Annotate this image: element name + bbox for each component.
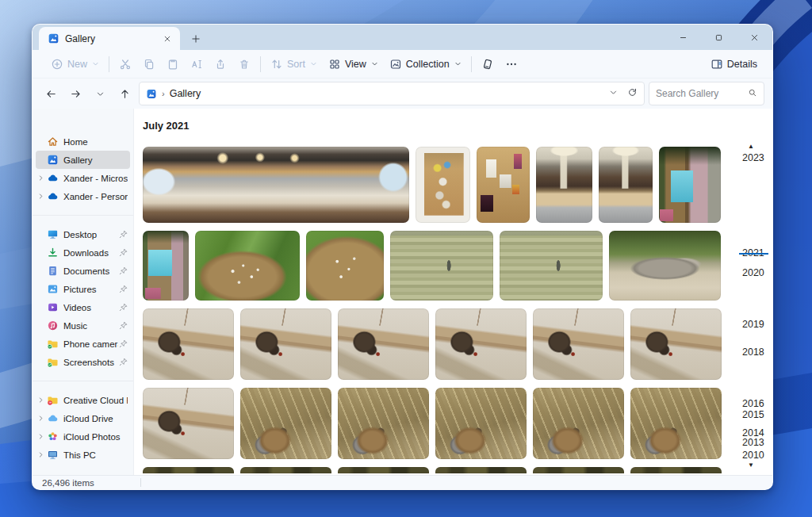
- photo-field-crane[interactable]: [500, 231, 603, 301]
- close-icon[interactable]: [737, 25, 772, 50]
- photo-sparrow-sand[interactable]: [240, 308, 331, 380]
- sidebar-item-this-pc[interactable]: This PC: [36, 446, 130, 464]
- timeline-year-2016[interactable]: 2016: [742, 398, 764, 409]
- home-icon: [46, 136, 59, 148]
- photo-sparrow-brush[interactable]: [435, 388, 527, 459]
- breadcrumb[interactable]: Gallery: [170, 88, 201, 99]
- recent-locations-button[interactable]: [90, 83, 110, 104]
- back-button[interactable]: [40, 83, 61, 104]
- timeline-up-arrow-icon[interactable]: ▲: [748, 144, 754, 150]
- chevron-right-icon[interactable]: [36, 193, 46, 200]
- timeline-year-2018[interactable]: 2018: [742, 347, 764, 358]
- search-input[interactable]: [656, 88, 748, 99]
- sidebar-item-videos[interactable]: Videos: [36, 298, 130, 316]
- photo-cafe-panorama[interactable]: [143, 147, 409, 223]
- chevron-right-icon[interactable]: [36, 451, 46, 458]
- new-tab-button[interactable]: [188, 31, 204, 47]
- address-dropdown-icon[interactable]: [609, 88, 618, 99]
- photo-sparrow-sand[interactable]: [630, 308, 722, 380]
- sidebar-item-icloud-drive[interactable]: iCloud Drive: [36, 409, 130, 427]
- timeline-year-2019[interactable]: 2019: [742, 319, 764, 330]
- chevron-right-icon[interactable]: [36, 433, 46, 440]
- videos-icon: [46, 301, 59, 314]
- see-more-button[interactable]: [500, 53, 523, 75]
- new-button[interactable]: New: [45, 53, 105, 75]
- rename-button[interactable]: [185, 53, 209, 75]
- pc-icon: [46, 449, 59, 461]
- timeline-down-arrow-icon[interactable]: ▼: [748, 462, 754, 469]
- date-group-header: July 2021: [143, 120, 772, 132]
- timeline-year-2020[interactable]: 2020: [742, 267, 764, 278]
- chevron-right-icon[interactable]: [36, 396, 46, 404]
- refresh-icon[interactable]: [627, 87, 638, 100]
- copy-button[interactable]: [137, 53, 161, 75]
- photo-sparrow-brush[interactable]: [338, 388, 429, 459]
- photo-grass-sliver[interactable]: [338, 467, 429, 473]
- photo-sparrow-sand[interactable]: [143, 308, 234, 380]
- sidebar-item-documents[interactable]: Documents: [36, 262, 130, 280]
- sidebar-item-label: Videos: [63, 303, 118, 312]
- photo-sparrow-sand[interactable]: [533, 308, 624, 380]
- sidebar-item-desktop[interactable]: Desktop: [36, 225, 130, 243]
- view-button[interactable]: View: [323, 53, 384, 75]
- sidebar-item-pictures[interactable]: Pictures: [36, 280, 130, 298]
- phone-link-button[interactable]: [476, 53, 500, 75]
- pin-icon: [118, 230, 128, 239]
- share-button[interactable]: [209, 53, 232, 75]
- photo-sparrow-sand[interactable]: [143, 388, 234, 459]
- sidebar-item-home[interactable]: Home: [36, 132, 130, 151]
- photo-grass-sliver[interactable]: [143, 467, 234, 473]
- up-button[interactable]: [114, 83, 135, 104]
- paste-button[interactable]: [161, 53, 185, 75]
- photo-roastery-interior[interactable]: [536, 147, 592, 223]
- address-bar[interactable]: › Gallery: [139, 82, 645, 105]
- sidebar-section: DesktopDownloadsDocumentsPicturesVideosM…: [33, 215, 133, 371]
- chevron-right-icon[interactable]: [36, 415, 46, 422]
- details-button[interactable]: Details: [705, 53, 763, 75]
- photo-corkboard-wall[interactable]: [416, 147, 470, 223]
- photo-sparrow-sand[interactable]: [338, 308, 429, 380]
- collection-button[interactable]: Collection: [384, 53, 467, 75]
- timeline-year-2023[interactable]: 2023: [742, 152, 764, 163]
- timeline-year-2013[interactable]: 2013: [742, 437, 764, 448]
- photo-grass-sliver[interactable]: [533, 467, 624, 473]
- sidebar-item-gallery[interactable]: Gallery: [36, 151, 130, 169]
- gallery-icon: [47, 33, 59, 45]
- photo-grass-sliver[interactable]: [630, 467, 722, 473]
- sort-button[interactable]: Sort: [265, 53, 323, 75]
- photo-sparrow-sand[interactable]: [435, 308, 527, 380]
- photo-corkboard-close[interactable]: [477, 147, 530, 223]
- photo-roastery-interior[interactable]: [599, 147, 653, 223]
- photo-nest-mound[interactable]: [195, 231, 300, 301]
- tab-gallery[interactable]: Gallery: [39, 27, 180, 50]
- tab-close-icon[interactable]: [159, 31, 175, 47]
- chevron-right-icon[interactable]: [36, 174, 46, 182]
- photo-birds-poster-narrow[interactable]: [143, 231, 189, 301]
- sidebar-item-xander-personal[interactable]: Xander - Personal: [36, 187, 130, 205]
- tab-bar: Gallery: [33, 25, 772, 50]
- cut-button[interactable]: [113, 53, 137, 75]
- sidebar-item-xander-microsoft[interactable]: Xander - Microsoft: [36, 169, 130, 187]
- sidebar-item-screenshots[interactable]: Screenshots: [36, 353, 130, 371]
- photo-nest-mound-close[interactable]: [306, 231, 384, 301]
- maximize-icon[interactable]: [701, 25, 737, 50]
- photo-sparrow-brush[interactable]: [630, 388, 722, 459]
- photo-sparrow-brush[interactable]: [533, 388, 624, 459]
- photo-birds-poster-pole[interactable]: [659, 147, 721, 223]
- photo-field-crane[interactable]: [390, 231, 493, 301]
- photo-driftwood-beach[interactable]: [609, 231, 721, 301]
- sidebar-item-phone-camera-rc[interactable]: Phone camera rc: [36, 335, 130, 353]
- sidebar-item-icloud-photos[interactable]: iCloud Photos: [36, 427, 130, 446]
- sidebar-item-music[interactable]: Music: [36, 316, 130, 335]
- forward-button[interactable]: [65, 83, 86, 104]
- search-box[interactable]: [649, 82, 764, 105]
- photo-grass-sliver[interactable]: [240, 467, 331, 473]
- photo-sparrow-brush[interactable]: [240, 388, 331, 459]
- timeline-year-2010[interactable]: 2010: [742, 450, 764, 461]
- photo-grass-sliver[interactable]: [435, 467, 527, 473]
- minimize-icon[interactable]: [665, 25, 701, 50]
- delete-button[interactable]: [232, 53, 256, 75]
- timeline-year-2015[interactable]: 2015: [742, 409, 764, 420]
- sidebar-item-downloads[interactable]: Downloads: [36, 243, 130, 262]
- sidebar-item-creative-cloud-files[interactable]: Creative Cloud Files: [36, 391, 130, 409]
